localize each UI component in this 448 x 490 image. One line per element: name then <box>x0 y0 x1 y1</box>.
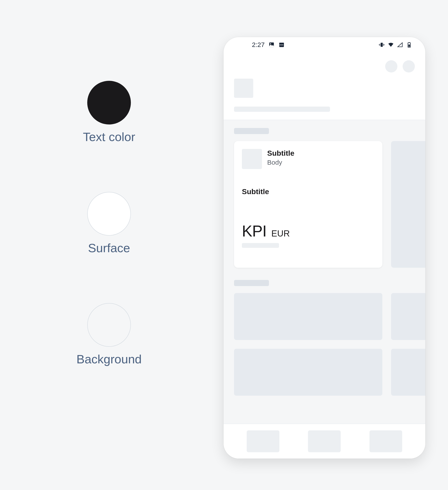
swatch-surface: Surface <box>87 192 131 255</box>
swatch-circle <box>87 81 131 124</box>
svg-point-1 <box>270 43 271 44</box>
status-time: 2:27 <box>252 41 265 48</box>
status-bar: 2:27 <box>224 37 425 52</box>
svg-rect-14 <box>409 42 410 43</box>
kpi-card[interactable]: Subtitle Body Subtitle KPI EUR <box>234 141 382 268</box>
nav-item-placeholder[interactable] <box>370 430 402 452</box>
card-body-text: Body <box>267 159 295 166</box>
svg-rect-11 <box>384 44 385 45</box>
svg-rect-6 <box>282 44 283 45</box>
app-header <box>224 52 425 120</box>
header-title-placeholder <box>234 106 330 112</box>
status-left: 2:27 <box>252 41 285 48</box>
section-label-placeholder <box>234 280 269 286</box>
card-footer-placeholder <box>242 243 279 248</box>
calendar-icon <box>279 42 285 48</box>
placeholder-row <box>234 349 425 396</box>
swatch-text-color: Text color <box>83 81 135 144</box>
svg-rect-4 <box>280 44 281 45</box>
swatch-circle <box>87 303 131 347</box>
swatch-background: Background <box>76 303 142 366</box>
header-actions <box>234 60 415 72</box>
phone-mockup: 2:27 <box>224 37 425 459</box>
card-subtitle: Subtitle <box>267 149 295 158</box>
signal-icon <box>397 42 403 48</box>
image-icon <box>269 42 275 48</box>
card-peek-placeholder[interactable] <box>391 141 425 268</box>
header-action-placeholder[interactable] <box>403 60 415 72</box>
nav-item-placeholder[interactable] <box>308 430 341 452</box>
kpi-value: KPI <box>242 222 267 240</box>
card-row: Subtitle Body Subtitle KPI EUR <box>234 141 425 268</box>
content-placeholder[interactable] <box>391 349 425 396</box>
card-titles: Subtitle Body <box>267 149 295 169</box>
status-right <box>379 42 412 48</box>
battery-icon <box>406 42 412 48</box>
card-thumbnail-placeholder <box>242 149 262 169</box>
svg-rect-7 <box>380 43 383 47</box>
svg-rect-8 <box>380 44 380 46</box>
content-placeholder[interactable] <box>234 349 382 396</box>
wifi-icon <box>388 42 394 48</box>
content-placeholder[interactable] <box>391 293 425 340</box>
header-action-placeholder[interactable] <box>385 60 397 72</box>
bottom-nav <box>224 424 425 459</box>
app-body: Subtitle Body Subtitle KPI EUR <box>224 120 425 424</box>
kpi-unit: EUR <box>271 229 290 238</box>
kpi-row: KPI EUR <box>242 222 374 240</box>
section-label-placeholder <box>234 128 269 134</box>
swatch-label: Surface <box>88 241 130 255</box>
placeholder-row <box>234 293 425 340</box>
content-placeholder[interactable] <box>234 293 382 340</box>
svg-rect-5 <box>281 44 282 45</box>
card-subtitle-2: Subtitle <box>242 187 374 196</box>
header-logo-placeholder <box>234 79 253 98</box>
color-swatches: Text color Surface Background <box>65 81 153 366</box>
swatch-label: Text color <box>83 130 135 144</box>
nav-item-placeholder[interactable] <box>247 430 279 452</box>
swatch-label: Background <box>76 352 142 366</box>
card-header: Subtitle Body <box>242 149 374 169</box>
svg-rect-3 <box>279 43 284 44</box>
svg-rect-9 <box>383 44 384 46</box>
svg-rect-13 <box>408 44 410 47</box>
svg-rect-10 <box>379 44 379 45</box>
vibrate-icon <box>379 42 385 48</box>
swatch-circle <box>87 192 131 236</box>
